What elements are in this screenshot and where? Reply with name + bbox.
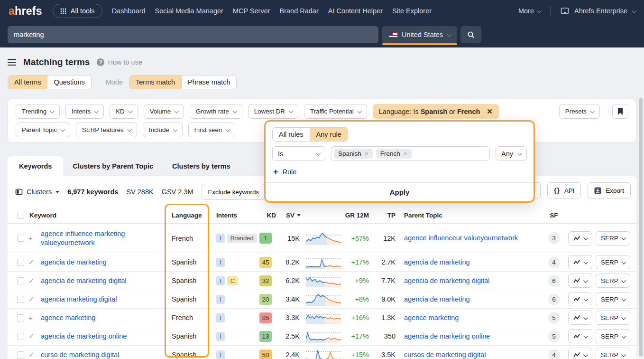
add-rule-button[interactable]: + Rule xyxy=(273,168,296,176)
close-icon[interactable]: ✕ xyxy=(487,107,493,116)
filter-trending[interactable]: Trending xyxy=(16,104,60,119)
header-intents[interactable]: Intents xyxy=(210,212,255,219)
header-tp[interactable]: TP xyxy=(373,212,399,219)
row-checkbox[interactable] xyxy=(17,333,24,340)
keyword-link[interactable]: agencia de marketing digital xyxy=(41,277,127,284)
save-filters-button[interactable] xyxy=(612,104,628,119)
header-sv[interactable]: SV xyxy=(276,212,303,219)
operator-select[interactable]: Is xyxy=(272,146,325,161)
menu-toggle-icon[interactable] xyxy=(8,58,16,66)
search-submit-button[interactable] xyxy=(460,26,481,43)
serp-button[interactable]: SERP xyxy=(596,329,630,343)
parent-topic-link[interactable]: cursos de marketing digital xyxy=(404,351,486,359)
keyword-link[interactable]: agence marketing xyxy=(41,314,95,321)
clusters-dropdown[interactable]: Clusters xyxy=(15,188,59,196)
tab-phrase-match[interactable]: Phrase match xyxy=(182,76,236,89)
filter-first-seen[interactable]: First seen xyxy=(188,123,236,137)
parent-topic-link[interactable]: agencia de marketing xyxy=(404,258,470,266)
header-language[interactable]: Language xyxy=(162,212,210,219)
parent-topic-link[interactable]: agencia de marketing online xyxy=(404,332,490,340)
more-menu[interactable]: More xyxy=(518,7,541,15)
filter-intents[interactable]: Intents xyxy=(65,104,104,119)
nav-item-dashboard[interactable]: Dashboard xyxy=(112,7,146,15)
parent-topic-link[interactable]: agencia de marketing xyxy=(404,295,470,303)
presets-button[interactable]: Presets xyxy=(559,104,600,119)
header-gr12m[interactable]: GR 12M xyxy=(344,212,373,219)
tab-terms-match[interactable]: Terms match xyxy=(129,76,182,89)
keyword-link[interactable]: curso de marketing digital xyxy=(41,351,119,359)
added-check-icon[interactable]: ✓ xyxy=(28,258,41,266)
serp-button[interactable]: SERP xyxy=(596,255,630,269)
export-button[interactable]: Export xyxy=(588,182,631,198)
header-kd[interactable]: KD xyxy=(255,212,276,219)
nav-item-site-explorer[interactable]: Site Explorer xyxy=(392,7,432,15)
keyword-link[interactable]: agencia de marketing xyxy=(41,258,107,266)
added-check-icon[interactable]: ✓ xyxy=(28,332,41,340)
row-checkbox[interactable] xyxy=(17,314,24,321)
remove-tag-icon[interactable]: × xyxy=(404,150,407,157)
serp-button[interactable]: SERP xyxy=(596,311,630,325)
account-menu[interactable]: Ahrefs Enterprise xyxy=(560,7,635,15)
filter-traffic-potential[interactable]: Traffic Potential xyxy=(304,104,367,119)
tab-clusters-by-parent-topic[interactable]: Clusters by Parent Topic xyxy=(63,156,163,176)
keyword-link[interactable]: agence influence marketing valueyournetw… xyxy=(41,230,125,246)
keyword-search-input[interactable] xyxy=(8,26,378,43)
tab-all-terms[interactable]: All terms xyxy=(8,76,47,89)
language-tags-input[interactable]: Spanish× French× xyxy=(331,146,490,161)
add-to-list-icon[interactable]: + xyxy=(28,234,41,242)
added-check-icon[interactable]: ✓ xyxy=(28,350,41,359)
ahrefs-logo[interactable]: ahrefs xyxy=(9,5,42,18)
any-rule-option[interactable]: Any rule xyxy=(310,128,348,141)
nav-item-brand-radar[interactable]: Brand Radar xyxy=(280,7,319,15)
tab-questions[interactable]: Questions xyxy=(47,76,91,89)
parent-topic-link[interactable]: agence influenceur valueyournetwork xyxy=(404,234,518,242)
serp-button[interactable]: SERP xyxy=(596,231,630,246)
match-select[interactable]: Any xyxy=(496,146,527,161)
filter-growth-rate[interactable]: Growth rate xyxy=(190,104,242,119)
header-parent-topic[interactable]: Parent Topic xyxy=(399,212,543,219)
keyword-link[interactable]: agencia marketing digital xyxy=(41,295,117,303)
filter-kd[interactable]: KD xyxy=(110,104,138,119)
header-keyword[interactable]: Keyword xyxy=(28,212,162,219)
trend-chart-button[interactable] xyxy=(568,348,592,359)
row-checkbox[interactable] xyxy=(17,235,24,242)
exclude-keywords-button[interactable]: Exclude keywords xyxy=(202,184,266,200)
select-all-checkbox[interactable] xyxy=(17,212,24,219)
keyword-link[interactable]: agencia de marketing online xyxy=(41,332,127,340)
added-check-icon[interactable]: ✓ xyxy=(28,276,41,285)
tab-clusters-by-terms[interactable]: Clusters by terms xyxy=(163,156,240,176)
parent-topic-link[interactable]: agencia de marketing digital xyxy=(404,277,490,284)
row-checkbox[interactable] xyxy=(17,259,24,266)
vertical-scrollbar[interactable] xyxy=(639,98,643,356)
trend-chart-button[interactable] xyxy=(568,231,592,246)
added-check-icon[interactable]: ✓ xyxy=(28,295,41,303)
row-checkbox[interactable] xyxy=(17,296,24,303)
trend-chart-button[interactable] xyxy=(568,255,592,269)
row-checkbox[interactable] xyxy=(17,277,24,284)
tab-keywords[interactable]: Keywords xyxy=(8,156,63,176)
all-rules-option[interactable]: All rules xyxy=(273,128,310,141)
row-checkbox[interactable] xyxy=(17,351,24,359)
serp-button[interactable]: SERP xyxy=(596,348,630,359)
remove-tag-icon[interactable]: × xyxy=(365,150,368,157)
header-sf[interactable]: SF xyxy=(543,212,564,219)
serp-button[interactable]: SERP xyxy=(596,274,630,288)
filter-serp-features[interactable]: SERP features xyxy=(76,123,137,137)
filter-lowest-dr[interactable]: Lowest DR xyxy=(248,104,298,119)
serp-button[interactable]: SERP xyxy=(596,292,630,306)
trend-chart-button[interactable] xyxy=(568,311,592,325)
how-to-use-link[interactable]: ? How to use xyxy=(97,58,142,66)
filter-include[interactable]: Include xyxy=(143,123,183,137)
nav-item-ai-content-helper[interactable]: AI Content Helper xyxy=(328,7,383,15)
trend-chart-button[interactable] xyxy=(568,292,592,306)
trend-chart-button[interactable] xyxy=(568,274,592,288)
api-button[interactable]: {}API xyxy=(547,182,581,198)
parent-topic-link[interactable]: agence marketing xyxy=(404,314,459,321)
filter-parent-topic[interactable]: Parent Topic xyxy=(16,123,70,137)
nav-item-social-media-manager[interactable]: Social Media Manager xyxy=(155,7,223,15)
language-filter-chip[interactable]: Language: Is Spanish or French ✕ xyxy=(373,104,499,119)
all-tools-button[interactable]: All tools xyxy=(53,4,102,18)
trend-chart-button[interactable] xyxy=(568,329,592,343)
filter-volume[interactable]: Volume xyxy=(144,104,184,119)
country-selector[interactable]: United States xyxy=(382,26,457,43)
